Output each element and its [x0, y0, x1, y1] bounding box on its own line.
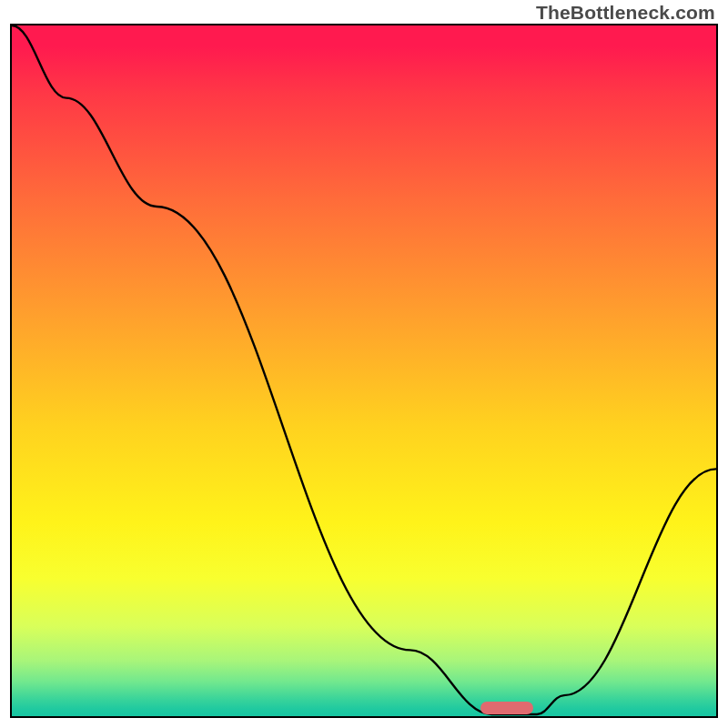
watermark-text: TheBottleneck.com: [536, 2, 715, 24]
optimum-marker: [480, 702, 533, 714]
curve-path: [12, 25, 716, 714]
chart-frame: [10, 24, 718, 718]
bottleneck-curve: [12, 25, 716, 716]
